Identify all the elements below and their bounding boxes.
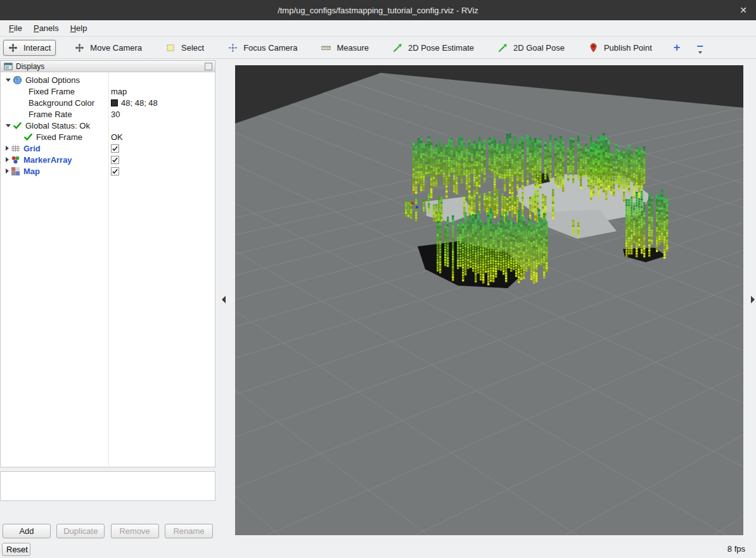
tree-row-fixed-frame-status[interactable]: Fixed Frame OK [1, 131, 215, 143]
fps-indicator: 8 fps [727, 544, 745, 554]
tree-label: Fixed Frame [36, 132, 82, 142]
property-value: OK [111, 132, 123, 142]
left-panel-collapse-handle[interactable] [222, 296, 226, 303]
displays-panel-icon [4, 62, 13, 71]
tree-row-background-color[interactable]: Background Color 48; 48; 48 [1, 97, 215, 108]
reset-button[interactable]: Reset [2, 543, 30, 556]
duplicate-display-button[interactable]: Duplicate [56, 524, 105, 538]
tool-label: 2D Goal Pose [513, 43, 565, 53]
menu-help[interactable]: Help [65, 22, 93, 35]
goal-pose-arrow-icon [498, 43, 508, 53]
displays-tree: Global Options Fixed Frame map Backgroun… [0, 72, 215, 467]
status-ok-check-icon [23, 132, 33, 142]
tree-row-map[interactable]: Map [1, 165, 215, 177]
property-value[interactable]: map [111, 87, 127, 96]
rename-display-button[interactable]: Rename [165, 524, 213, 538]
tool-label: Select [181, 43, 204, 53]
panel-float-button[interactable] [205, 63, 212, 70]
menu-panels[interactable]: Panels [28, 22, 65, 35]
enabled-checkbox[interactable] [111, 167, 119, 175]
publish-point-pin-icon [589, 43, 598, 53]
color-swatch[interactable] [111, 99, 118, 106]
tool-label: 2D Pose Estimate [408, 43, 474, 53]
close-button[interactable]: ✕ [740, 0, 747, 20]
expander-closed-icon[interactable] [6, 146, 9, 151]
tree-row-grid[interactable]: Grid [1, 143, 215, 154]
tool-select[interactable]: Select [161, 40, 209, 56]
tool-label: Focus Camera [243, 43, 297, 53]
enabled-checkbox[interactable] [111, 156, 119, 164]
tool-2d-goal-pose[interactable]: 2D Goal Pose [493, 40, 570, 56]
add-display-button[interactable]: Add [3, 524, 51, 538]
tree-label: Global Status: Ok [25, 121, 90, 130]
globe-icon [13, 75, 22, 85]
tool-2d-pose-estimate[interactable]: 2D Pose Estimate [388, 40, 479, 56]
tree-label: Map [23, 167, 40, 176]
display-description-area [0, 471, 215, 501]
expander-closed-icon[interactable] [6, 157, 9, 162]
expander-closed-icon[interactable] [6, 168, 9, 174]
tree-label: Frame Rate [29, 110, 72, 119]
tool-publish-point[interactable]: Publish Point [584, 40, 657, 56]
marker-array-icon [11, 155, 20, 165]
tool-move-camera[interactable]: Move Camera [70, 40, 147, 56]
pose-estimate-arrow-icon [393, 43, 402, 53]
enabled-checkbox[interactable] [111, 144, 119, 153]
remove-tool-button[interactable]: − [694, 42, 706, 54]
tool-label: Interact [23, 43, 51, 53]
tool-label: Move Camera [90, 43, 142, 53]
add-tool-button[interactable]: + [671, 41, 683, 54]
expander-open-icon[interactable] [6, 124, 11, 127]
tool-focus-camera[interactable]: Focus Camera [223, 40, 302, 56]
tool-label: Publish Point [604, 43, 652, 53]
tree-label: Global Options [25, 75, 80, 85]
titlebar[interactable]: /tmp/ug_configs/fastmapping_tutorial_con… [0, 0, 756, 20]
tree-row-global-status[interactable]: Global Status: Ok [1, 120, 215, 131]
tree-label: Background Color [29, 98, 94, 108]
tool-measure[interactable]: Measure [316, 40, 374, 56]
interact-icon [8, 43, 18, 53]
menubar: File Panels Help [0, 20, 756, 37]
measure-icon [321, 43, 331, 53]
tool-interact[interactable]: Interact [3, 40, 56, 56]
tree-label: Grid [23, 144, 41, 153]
tree-label: Fixed Frame [29, 87, 75, 96]
viewport-scene [235, 65, 743, 535]
focus-camera-icon [228, 43, 238, 53]
tree-label: MarkerArray [23, 155, 72, 165]
property-value[interactable]: 48; 48; 48 [121, 98, 158, 108]
panel-title: Displays [16, 62, 44, 71]
displays-panel-header[interactable]: Displays [0, 60, 215, 72]
tool-label: Measure [336, 43, 369, 53]
expander-open-icon[interactable] [6, 79, 11, 82]
menu-file[interactable]: File [3, 22, 28, 35]
displays-panel: Displays Global Options Fixed Frame map … [0, 60, 215, 540]
toolbar: Interact Move Camera Select Focus Camera… [0, 37, 756, 59]
tree-row-frame-rate[interactable]: Frame Rate 30 [1, 108, 215, 120]
tree-row-global-options[interactable]: Global Options [1, 74, 215, 86]
map-display-icon [11, 167, 20, 176]
chevron-down-icon [698, 51, 702, 54]
remove-display-button[interactable]: Remove [111, 524, 159, 538]
status-ok-check-icon [13, 121, 22, 130]
right-panel-collapse-handle[interactable] [751, 296, 755, 303]
window-title: /tmp/ug_configs/fastmapping_tutorial_con… [278, 6, 478, 15]
viewport-3d[interactable] [235, 65, 743, 535]
select-icon [166, 43, 176, 53]
grid-display-icon [11, 144, 20, 153]
tree-row-markerarray[interactable]: MarkerArray [1, 154, 215, 165]
property-value[interactable]: 30 [111, 110, 120, 119]
tree-row-fixed-frame[interactable]: Fixed Frame map [1, 86, 215, 97]
displays-panel-buttons: Add Duplicate Remove Rename [0, 524, 215, 538]
move-camera-icon [75, 43, 84, 53]
